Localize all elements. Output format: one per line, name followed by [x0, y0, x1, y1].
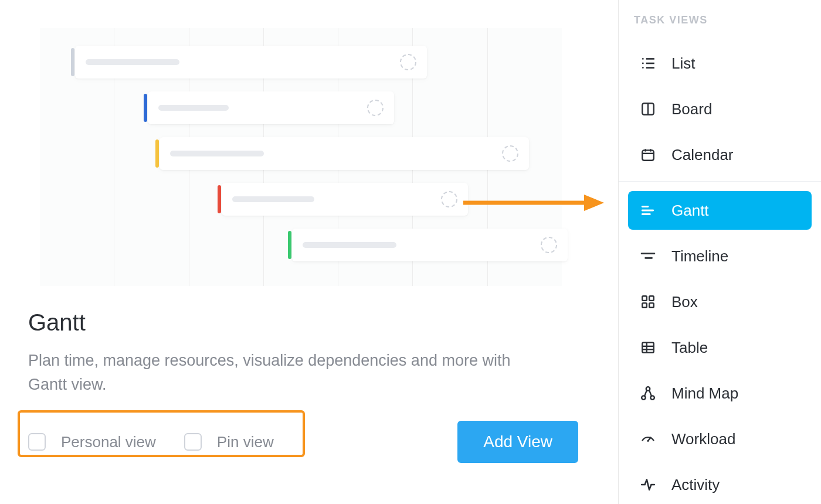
personal-view-checkbox[interactable]	[28, 433, 46, 451]
add-view-button[interactable]: Add View	[457, 421, 578, 463]
view-title: Gantt	[28, 309, 590, 336]
mindmap-icon	[640, 385, 656, 401]
sidebar-item-label: Table	[671, 339, 708, 357]
calendar-icon	[640, 147, 656, 163]
sidebar-item-mindmap[interactable]: Mind Map	[628, 374, 812, 413]
gantt-bar	[222, 183, 468, 216]
pin-view-option[interactable]: Pin view	[184, 433, 274, 451]
options-row: Personal view Pin view Add View	[28, 421, 590, 463]
svg-point-6	[642, 67, 644, 69]
sidebar-item-label: Box	[671, 293, 698, 311]
svg-rect-23	[642, 342, 654, 352]
gantt-icon	[640, 202, 656, 219]
svg-rect-19	[642, 296, 647, 301]
sidebar-item-gantt[interactable]: Gantt	[628, 191, 812, 230]
gantt-bar	[292, 229, 568, 261]
table-icon	[640, 339, 656, 356]
personal-view-option[interactable]: Personal view	[28, 433, 156, 451]
gantt-bar	[160, 137, 529, 170]
sidebar-item-box[interactable]: Box	[628, 282, 812, 321]
sidebar-item-label: Gantt	[671, 202, 709, 220]
sidebar-item-label: Board	[671, 100, 712, 118]
sidebar-item-label: Workload	[671, 430, 735, 448]
svg-point-33	[647, 440, 649, 442]
workload-icon	[640, 431, 656, 447]
timeline-icon	[640, 248, 656, 264]
gantt-bar	[75, 46, 427, 79]
personal-view-label: Personal view	[61, 433, 156, 451]
svg-line-30	[644, 390, 647, 396]
svg-point-28	[642, 396, 646, 400]
sidebar-item-board[interactable]: Board	[628, 90, 812, 128]
gantt-bar	[148, 91, 394, 124]
svg-rect-10	[642, 150, 654, 160]
svg-point-27	[646, 387, 650, 391]
gantt-preview-illustration	[40, 28, 562, 286]
sidebar-item-label: Activity	[671, 476, 720, 494]
main-panel: Gantt Plan time, manage resources, visua…	[0, 0, 619, 504]
sidebar-item-activity[interactable]: Activity	[628, 465, 812, 504]
pin-view-checkbox[interactable]	[184, 433, 202, 451]
svg-point-4	[642, 63, 644, 64]
svg-point-2	[642, 58, 644, 60]
sidebar-item-workload[interactable]: Workload	[628, 420, 812, 458]
svg-rect-22	[649, 303, 654, 308]
sidebar-item-timeline[interactable]: Timeline	[628, 237, 812, 275]
task-views-sidebar: TASK VIEWS List Board	[619, 0, 821, 504]
svg-point-29	[650, 396, 654, 400]
sidebar-heading: TASK VIEWS	[634, 14, 812, 26]
sidebar-item-label: List	[671, 55, 695, 73]
sidebar-item-table[interactable]: Table	[628, 328, 812, 367]
board-icon	[640, 101, 656, 117]
svg-rect-21	[642, 303, 647, 308]
sidebar-item-label: Calendar	[671, 146, 734, 164]
sidebar-item-label: Mind Map	[671, 384, 738, 403]
view-description: Plan time, manage resources, visualize d…	[28, 349, 527, 396]
box-icon	[640, 294, 656, 310]
svg-marker-1	[584, 195, 604, 211]
sidebar-divider	[619, 181, 821, 182]
sidebar-item-calendar[interactable]: Calendar	[628, 135, 812, 174]
pin-view-label: Pin view	[217, 433, 274, 451]
sidebar-item-list[interactable]: List	[628, 44, 812, 83]
svg-line-31	[649, 390, 652, 396]
sidebar-item-label: Timeline	[671, 247, 728, 265]
activity-icon	[640, 476, 656, 493]
svg-rect-20	[649, 296, 654, 301]
list-icon	[640, 55, 656, 71]
